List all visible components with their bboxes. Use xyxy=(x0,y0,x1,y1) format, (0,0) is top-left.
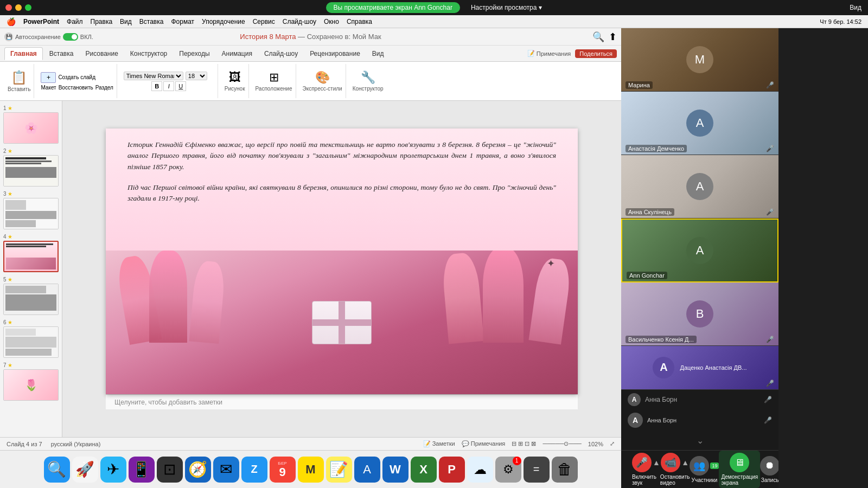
slide-thumb-4[interactable]: 4 ★ xyxy=(3,234,59,272)
comments-statusbar-btn[interactable]: 💬 Примечания xyxy=(462,440,506,447)
screen-share-icon: 🖥 xyxy=(730,453,749,472)
tab-slideshow[interactable]: Слайд-шоу xyxy=(259,48,303,60)
screen-share-notification: Вы просматриваете экран Ann Gonchar xyxy=(326,2,460,13)
participants-button[interactable]: 👥 19 Участники xyxy=(690,456,719,483)
dock-finder[interactable]: 🔍 xyxy=(44,457,70,483)
autosave-toggle[interactable] xyxy=(63,33,78,41)
autosave-indicator[interactable]: 💾 xyxy=(4,33,13,41)
fullscreen-button[interactable] xyxy=(25,4,31,11)
menu-arrange[interactable]: Упорядочение xyxy=(202,18,245,25)
avatar-dacenko: A xyxy=(653,357,674,378)
dock-telegram[interactable]: ✈ xyxy=(100,457,126,483)
slide-canvas[interactable]: Історик Геннадій Єфіменко вважає, що вер… xyxy=(106,129,578,394)
tulip-2 xyxy=(149,251,187,343)
avatar-vasylchenko: В xyxy=(686,300,713,328)
slide-thumb-3[interactable]: 3 ★ xyxy=(3,191,59,229)
notes-statusbar-btn[interactable]: 📝 Заметки xyxy=(423,440,455,447)
zoom-slider-area[interactable]: ─────⊙─── xyxy=(543,440,582,447)
share-icon[interactable]: ⬆ xyxy=(609,31,617,43)
dock-zoom[interactable]: Z xyxy=(241,457,267,483)
slide-thumb-2[interactable]: 2 ★ xyxy=(3,148,59,187)
screen-share-button[interactable]: 🖥 Демонстрация экрана xyxy=(719,451,760,488)
tab-transitions[interactable]: Переходы xyxy=(174,48,215,60)
dock-trash[interactable]: 🗑 xyxy=(552,457,578,483)
menu-help[interactable]: Справка xyxy=(347,18,372,25)
dock-calendar[interactable]: БЕР 9 xyxy=(270,457,296,483)
bold-button[interactable]: B xyxy=(151,81,162,91)
app-name[interactable]: PowerPoint xyxy=(23,18,59,25)
menu-slideshow[interactable]: Слайд-шоу xyxy=(283,18,316,25)
tab-home[interactable]: Главная xyxy=(4,47,43,60)
express-styles-icon[interactable]: 🎨 xyxy=(315,70,330,85)
constructor-icon[interactable]: 🔧 xyxy=(361,70,375,85)
ribbon-group-paste: 📋 Вставить xyxy=(4,64,34,98)
record-button[interactable]: ⏺ Запись xyxy=(760,456,778,483)
arrange-icon[interactable]: ⊞ xyxy=(269,70,279,85)
menu-format[interactable]: Формат xyxy=(171,18,194,25)
menu-window[interactable]: Окно xyxy=(324,18,339,25)
font-size-select[interactable]: 18 xyxy=(186,72,207,80)
dock-viber[interactable]: 📱 xyxy=(129,457,155,483)
apple-menu[interactable]: 🍎 xyxy=(7,17,16,26)
slide-info: Слайд 4 из 7 xyxy=(7,441,42,447)
participant-name-anna-s: Анна Скулінець xyxy=(626,208,674,216)
dock-notes[interactable]: 📝 xyxy=(326,457,352,483)
camera-toggle-button[interactable]: 📹 ▲ Остановить видео xyxy=(660,453,690,486)
notes-bar[interactable]: Щелуните, чтобы добавить заметки xyxy=(106,394,578,409)
mic-muted-icon-marina: 🎤 xyxy=(766,81,774,89)
close-button[interactable] xyxy=(5,4,12,11)
slide-thumb-6[interactable]: 6 ★ xyxy=(3,319,59,358)
underline-button[interactable]: U xyxy=(175,81,186,91)
dock-settings[interactable]: ⚙ 1 xyxy=(495,457,521,483)
italic-button[interactable]: I xyxy=(163,81,174,91)
tab-animations[interactable]: Анимация xyxy=(216,48,258,60)
font-name-select[interactable]: Times New Roman xyxy=(124,72,183,80)
view-button[interactable]: Вид xyxy=(850,4,861,11)
expand-chevron-icon[interactable]: ⌄ xyxy=(697,435,704,446)
menu-insert[interactable]: Вставка xyxy=(139,18,164,25)
ribbon-group-constructor: 🔧 Конструктор xyxy=(349,64,387,98)
picture-icon[interactable]: 🖼 xyxy=(229,70,241,85)
dock-mail[interactable]: ✉ xyxy=(213,457,239,483)
dock-calculator[interactable]: = xyxy=(524,457,550,483)
dock-word[interactable]: W xyxy=(382,457,409,483)
avatar-anastasiia: А xyxy=(686,110,713,137)
ribbon-group-font: Times New Roman 18 B I U xyxy=(120,64,218,98)
pp-titlebar: 💾 Автосохранение ВКЛ. История 8 Марта — … xyxy=(0,28,621,46)
slide-thumb-5[interactable]: 5 ★ xyxy=(3,277,59,315)
menu-view[interactable]: Вид xyxy=(120,18,132,25)
mute-toggle-button[interactable]: 🎤 ▲ Включить звук xyxy=(632,453,660,486)
tulip-3 xyxy=(189,260,226,344)
menu-file[interactable]: Файл xyxy=(67,18,83,25)
dock-miro[interactable]: M xyxy=(298,457,324,483)
search-icon[interactable]: 🔍 xyxy=(592,31,604,43)
dock-safari[interactable]: 🧭 xyxy=(185,457,211,483)
expand-button-area[interactable]: ⌄ xyxy=(621,431,778,450)
tab-insert[interactable]: Вставка xyxy=(44,48,79,60)
dock-icloud[interactable]: ☁ xyxy=(467,457,493,483)
notes-toggle[interactable]: 📝 Примечания xyxy=(527,50,571,57)
menu-edit[interactable]: Правка xyxy=(91,18,113,25)
paste-label: Вставить xyxy=(8,86,30,92)
dock-powerpoint[interactable]: P xyxy=(439,457,465,483)
tab-review[interactable]: Рецензирование xyxy=(304,48,366,60)
slide-thumb-1[interactable]: 1 ★ 🌸 xyxy=(3,105,59,144)
dock-launchpad[interactable]: 🚀 xyxy=(72,457,98,483)
dock-screenshot[interactable]: ⊡ xyxy=(157,457,183,483)
tab-view[interactable]: Вид xyxy=(367,48,390,60)
dock-appstore[interactable]: A xyxy=(354,457,380,483)
participant-name-dacenko: Даценко Анастасія ДВ... xyxy=(680,364,746,371)
minimize-button[interactable] xyxy=(15,4,22,11)
tab-draw[interactable]: Рисование xyxy=(80,48,123,60)
slide-thumb-7[interactable]: 7 ★ 🌷 xyxy=(3,362,59,401)
paste-icon[interactable]: 📋 xyxy=(11,70,27,85)
share-button[interactable]: Поделиться xyxy=(575,49,617,58)
tab-design[interactable]: Конструктор xyxy=(125,48,173,60)
dock-excel[interactable]: X xyxy=(411,457,437,483)
view-settings-button[interactable]: Настройки просмотра ▾ xyxy=(471,4,542,11)
avatar-anna-born-small: А xyxy=(628,393,641,406)
new-slide-button[interactable]: + xyxy=(41,72,56,83)
slide-text-area[interactable]: Історик Геннадій Єфіменко вважає, що вер… xyxy=(127,139,556,214)
fit-slide-button[interactable]: ⤢ xyxy=(610,440,615,447)
menu-service[interactable]: Сервис xyxy=(253,18,275,25)
